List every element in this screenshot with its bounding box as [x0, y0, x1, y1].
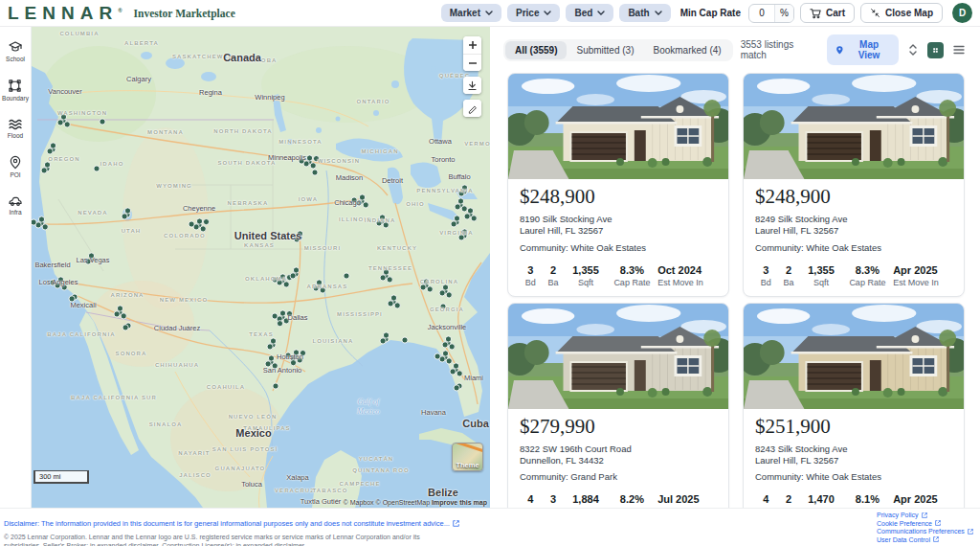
listing-map-dot[interactable] [440, 304, 446, 309]
listing-map-dot[interactable] [279, 274, 285, 280]
listing-map-dot[interactable] [446, 358, 452, 364]
disclaimer-link[interactable]: Disclaimer: The information provided in … [4, 519, 459, 528]
listing-map-dot[interactable] [380, 275, 386, 281]
listing-map-dot[interactable] [100, 119, 105, 125]
listing-map-dot[interactable] [64, 122, 70, 127]
improve-map-link[interactable]: Improve this map [432, 499, 487, 506]
listing-map-dot[interactable] [122, 325, 128, 330]
listing-map-dot[interactable] [85, 259, 91, 264]
communications-preferences-link[interactable]: Communications Preferences [877, 528, 973, 535]
listing-map-dot[interactable] [283, 282, 289, 287]
listing-map-dot[interactable] [32, 219, 36, 225]
listing-map-dot[interactable] [461, 206, 467, 212]
cookie-preference-link[interactable]: Cookie Preference [877, 520, 973, 527]
listing-map-dot[interactable] [434, 353, 440, 359]
privacy-policy-link[interactable]: Privacy Policy [877, 512, 973, 518]
listing-map-dot[interactable] [50, 143, 56, 148]
listing-map-dot[interactable] [267, 344, 273, 350]
listing-map-dot[interactable] [38, 216, 44, 222]
listing-map-dot[interactable] [203, 219, 209, 225]
listing-map-dot[interactable] [272, 277, 278, 283]
listing-map-dot[interactable] [351, 197, 357, 203]
listing-map-dot[interactable] [272, 363, 278, 369]
listing-map-dot[interactable] [458, 235, 464, 240]
listing-map-dot[interactable] [390, 295, 396, 301]
listing-map-dot[interactable] [290, 360, 296, 366]
listing-map-dot[interactable] [297, 231, 302, 237]
listing-map-dot[interactable] [286, 311, 292, 317]
listing-map-dot[interactable] [445, 336, 451, 342]
listing-map-dot[interactable] [60, 114, 66, 120]
market-filter-dropdown[interactable]: Market [441, 4, 501, 22]
listing-map-dot[interactable] [44, 162, 50, 168]
listing-map-dot[interactable] [442, 284, 448, 290]
listing-card[interactable]: $279,990 8322 SW 196th Court RoadDunnell… [507, 303, 729, 527]
listing-map-dot[interactable] [285, 353, 291, 358]
listing-map-dot[interactable] [189, 221, 194, 227]
listing-map-dot[interactable] [451, 221, 457, 227]
listing-map-dot[interactable] [320, 287, 325, 293]
listing-map-dot[interactable] [313, 285, 319, 291]
listing-map-dot[interactable] [316, 280, 322, 285]
listing-map-dot[interactable] [88, 253, 94, 259]
listing-card[interactable]: $248,900 8190 Silk Stocking AveLaurel Hi… [507, 73, 729, 297]
tab-bookmarked[interactable]: Bookmarked (4) [644, 41, 731, 59]
listing-map-dot[interactable] [293, 350, 299, 355]
listing-map-dot[interactable] [200, 226, 206, 232]
listing-map-dot[interactable] [380, 338, 386, 344]
listing-map-dot[interactable] [471, 216, 477, 221]
attribution-text[interactable]: © Mapbox © OpenStreetMap [344, 499, 430, 506]
listing-map-dot[interactable] [458, 191, 464, 196]
draw-polygon-button[interactable] [463, 100, 481, 117]
listing-map-dot[interactable] [69, 296, 75, 302]
listing-map-dot[interactable] [467, 208, 473, 214]
listing-map-dot[interactable] [41, 168, 47, 173]
listing-map-dot[interactable] [313, 156, 319, 162]
listing-card[interactable]: $251,900 8243 Silk Stocking AveLaurel Hi… [743, 303, 965, 527]
sidebar-item-school[interactable]: School [6, 40, 25, 62]
sort-button[interactable] [906, 41, 920, 58]
listing-map-dot[interactable] [454, 216, 459, 221]
listing-map-dot[interactable] [402, 337, 408, 343]
grid-view-button[interactable] [927, 42, 944, 58]
listing-map-dot[interactable] [196, 218, 202, 224]
listing-map-dot[interactable] [273, 383, 278, 389]
listing-map-dot[interactable] [449, 344, 455, 350]
listing-map-dot[interactable] [117, 306, 122, 311]
listing-map-dot[interactable] [423, 279, 429, 284]
listing-map-dot[interactable] [446, 292, 452, 298]
map-view-toggle[interactable]: Map View [827, 34, 899, 65]
listing-map-dot[interactable] [387, 277, 392, 283]
listing-map-dot[interactable] [310, 163, 316, 169]
listing-map-dot[interactable] [359, 194, 365, 200]
listing-map-dot[interactable] [122, 214, 127, 219]
min-cap-rate-value[interactable]: 0 [749, 5, 774, 22]
listing-map-dot[interactable] [294, 237, 300, 242]
listing-map-dot[interactable] [265, 361, 271, 367]
listing-map-dot[interactable] [363, 202, 368, 208]
listing-map-dot[interactable] [383, 332, 389, 338]
listing-map-dot[interactable] [124, 208, 130, 214]
listing-map-dot[interactable] [461, 229, 467, 235]
listing-map-dot[interactable] [279, 310, 285, 316]
listing-map-dot[interactable] [455, 204, 460, 210]
listing-map-dot[interactable] [57, 120, 63, 125]
listing-map-dot[interactable] [464, 214, 470, 219]
listing-map-dot[interactable] [57, 277, 63, 283]
sidebar-item-flood[interactable]: Flood [8, 118, 23, 139]
listing-map-dot[interactable] [379, 215, 385, 220]
listing-card[interactable]: $248,900 8249 Silk Stocking AveLaurel Hi… [743, 73, 965, 297]
user-avatar[interactable]: D [952, 3, 972, 23]
listing-map-dot[interactable] [297, 357, 302, 363]
listing-map-dot[interactable] [461, 185, 467, 191]
listing-map-dot[interactable] [277, 321, 282, 327]
zoom-in-button[interactable] [463, 36, 481, 54]
listing-map-dot[interactable] [442, 351, 448, 356]
price-filter-dropdown[interactable]: Price [507, 4, 560, 22]
listing-map-dot[interactable] [283, 318, 289, 324]
bath-filter-dropdown[interactable]: Bath [619, 4, 670, 22]
tab-all[interactable]: All (3559) [505, 41, 567, 59]
listing-map-dot[interactable] [300, 351, 305, 356]
listing-map-dot[interactable] [457, 371, 462, 376]
zoom-out-button[interactable] [463, 54, 481, 71]
